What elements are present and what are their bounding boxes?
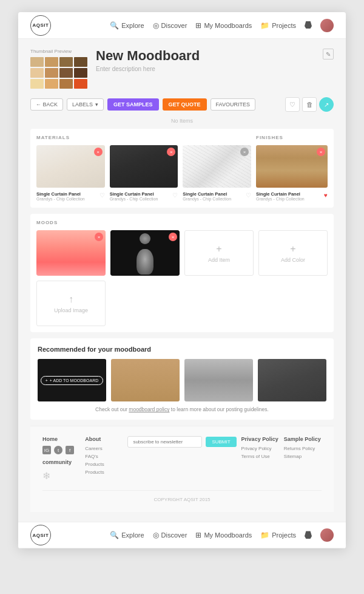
like-finish-1-button[interactable]: ♥ (324, 192, 328, 199)
add-item-icon: + (216, 244, 221, 254)
rec-card-3[interactable] (184, 359, 253, 401)
discover-icon: ◎ (153, 21, 159, 30)
heart-toolbar-button[interactable]: ♡ (285, 97, 300, 112)
nav-moodboards-bottom[interactable]: ⊞ My Moodboards (195, 531, 252, 539)
bell-icon[interactable] (305, 21, 312, 30)
like-material-3-button[interactable]: ♡ (246, 192, 251, 199)
materials-subsection: MATERIALS × Single Curtain Panel Grandys… (36, 135, 251, 202)
explore-icon-bottom: 🔍 (110, 531, 119, 539)
labels-button[interactable]: LABELS ▾ (67, 98, 104, 111)
projects-icon: 📁 (260, 21, 269, 30)
card-footer-1: Single Curtain Panel Grandys - Chip Coll… (36, 189, 105, 202)
upload-icon: ↑ (69, 294, 73, 305)
footer-link-faq[interactable]: FAQ's (85, 454, 123, 459)
thumb-cell-5 (30, 68, 44, 78)
finishes-header: FINISHES (256, 135, 328, 140)
logo-area-bottom: AQSIT (30, 525, 51, 545)
moods-grid: × × + Add It (36, 230, 328, 276)
material-sublabel-1: Grandys - Chip Collection (36, 197, 85, 202)
materials-grid: × Single Curtain Panel Grandys - Chip Co… (36, 145, 251, 202)
thumb-cell-12 (74, 79, 87, 89)
remove-material-3-button[interactable]: × (240, 148, 249, 156)
rec-card-2[interactable] (111, 359, 180, 401)
materials-header: MATERIALS (36, 135, 251, 140)
footer-col-about: About Careers FAQ's Products Products (85, 436, 123, 482)
footer-link-privacy[interactable]: Privacy Policy (241, 446, 279, 451)
upload-image-card[interactable]: ↑ Upload Image (36, 281, 106, 326)
material-card-3: × Single Curtain Panel Grandys - Chip Co… (183, 145, 251, 202)
footer-link-products-2[interactable]: Products (85, 469, 123, 475)
footer-col-sample: Sample Policy Returns Policy Sitemap (284, 436, 322, 482)
thumb-cell-1 (30, 57, 44, 67)
material-label-1: Single Curtain Panel (36, 191, 85, 197)
card-footer-3: Single Curtain Panel Grandys - Chip Coll… (183, 189, 251, 202)
moodboards-icon: ⊞ (195, 21, 201, 30)
moods-header: MOODS (36, 220, 328, 225)
finish-label-1: Single Curtain Panel (256, 191, 305, 197)
material-card-1: × Single Curtain Panel Grandys - Chip Co… (36, 145, 105, 202)
instagram-icon[interactable]: IG (42, 446, 51, 454)
footer-col-privacy: Privacy Policy Privacy Policy Terms of U… (241, 436, 279, 482)
nav-discover[interactable]: ◎ Discover (153, 21, 187, 30)
upload-image-label: Upload Image (54, 307, 88, 313)
add-item-card[interactable]: + Add Item (184, 230, 254, 276)
footer-link-careers[interactable]: Careers (85, 446, 123, 451)
nav-projects[interactable]: 📁 Projects (260, 21, 296, 30)
nav-moodboards[interactable]: ⊞ My Moodboards (195, 21, 252, 30)
footer-link-sitemap[interactable]: Sitemap (284, 454, 322, 459)
nav-discover-bottom[interactable]: ◎ Discover (153, 531, 187, 539)
newsletter-input[interactable] (127, 436, 202, 448)
materials-finishes-section: MATERIALS × Single Curtain Panel Grandys… (30, 129, 334, 208)
edit-button[interactable]: ✎ (323, 49, 334, 60)
finish-card-1: × Single Curtain Panel Grandys - Chip Co… (256, 145, 328, 202)
add-to-moodboard-1-button[interactable]: + + ADD TO MOODBOARD (41, 376, 104, 385)
footer-col-home: Home IG t f community ❄ (42, 436, 80, 482)
moods-grid-row2: ↑ Upload Image (36, 281, 328, 326)
chevron-down-icon: ▾ (95, 101, 98, 108)
footer-home-title: Home (42, 436, 80, 442)
footer-link-products-1[interactable]: Products (85, 462, 123, 467)
like-material-2-button[interactable]: ♡ (172, 192, 178, 199)
discover-icon-bottom: ◎ (153, 531, 159, 539)
navbar-bottom: AQSIT 🔍 Explore ◎ Discover ⊞ My Moodboar… (18, 522, 346, 548)
material-sublabel-3: Grandys - Chip Collection (183, 197, 231, 202)
nav-projects-bottom[interactable]: 📁 Projects (260, 531, 296, 539)
footer-community-title: community (42, 459, 80, 465)
footer-link-returns[interactable]: Returns Policy (284, 446, 322, 451)
nav-explore[interactable]: 🔍 Explore (110, 21, 144, 30)
remove-material-1-button[interactable]: × (94, 148, 103, 156)
footer-link-terms[interactable]: Terms of Use (241, 454, 279, 459)
thumb-cell-6 (45, 68, 58, 78)
favourites-button[interactable]: FAVOURITES (211, 98, 255, 111)
card-footer-2: Single Curtain Panel Grandys - Chip Coll… (110, 189, 178, 202)
moodboards-icon-bottom: ⊞ (195, 531, 201, 539)
toolbar: ← BACK LABELS ▾ GET SAMPLES GET QUOTE FA… (30, 97, 334, 112)
remove-finish-1-button[interactable]: × (317, 148, 325, 156)
facebook-icon[interactable]: f (66, 446, 74, 454)
moodboard-policy-link[interactable]: moodboard policy (129, 406, 169, 412)
thumbnail-preview: Thumbnail Preview (30, 49, 87, 89)
footer-privacy-title: Privacy Policy (241, 436, 279, 442)
back-button[interactable]: ← BACK (30, 98, 63, 111)
nav-explore-bottom[interactable]: 🔍 Explore (110, 531, 144, 539)
user-avatar-bottom[interactable] (320, 528, 334, 542)
material-sublabel-2: Grandys - Chip Collection (110, 197, 158, 202)
share-toolbar-button[interactable]: ↗ (319, 97, 334, 112)
get-quote-button[interactable]: GET QUOTE (163, 98, 207, 111)
user-avatar[interactable] (320, 19, 334, 32)
newsletter-button[interactable]: SUBMIT (206, 437, 236, 447)
logo-circle-text: AQSIT (33, 22, 49, 28)
delete-toolbar-button[interactable]: 🗑 (302, 97, 317, 112)
rec-card-4[interactable] (258, 359, 326, 401)
footer: Home IG t f community ❄ About Careers FA… (30, 426, 334, 512)
toolbar-icons: ♡ 🗑 ↗ (285, 97, 334, 112)
bell-icon-bottom[interactable] (305, 531, 312, 539)
explore-icon: 🔍 (110, 21, 119, 30)
recommended-title: Recommended for your moodboard (38, 346, 326, 353)
no-items-message: No Items (30, 118, 334, 124)
material-label-2: Single Curtain Panel (110, 191, 158, 197)
twitter-icon[interactable]: t (54, 446, 62, 454)
like-material-1-button[interactable]: ♡ (99, 192, 105, 199)
add-color-card[interactable]: + Add Color (258, 230, 328, 276)
get-samples-button[interactable]: GET SAMPLES (107, 98, 159, 111)
